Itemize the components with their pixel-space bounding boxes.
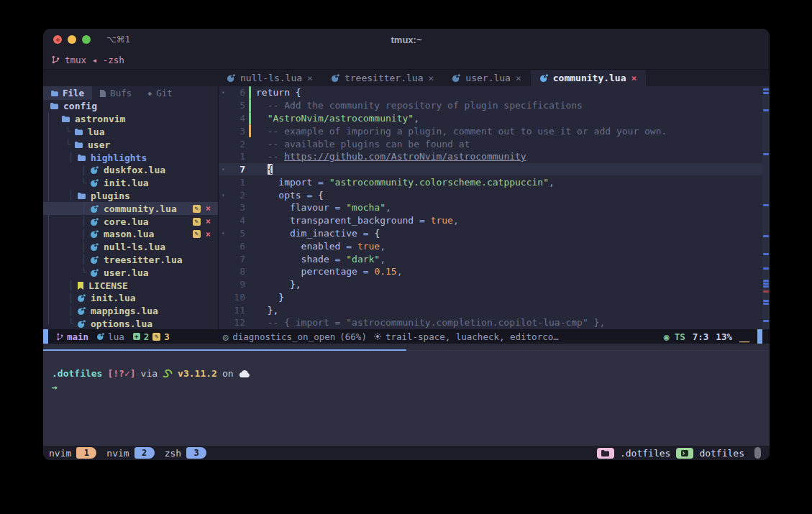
neotree-source-tabs: File Bufs ◆ Git xyxy=(43,86,218,100)
code-line-11[interactable]: 11 }, xyxy=(219,303,770,316)
lua-file-icon xyxy=(91,166,99,174)
git-branch-segment[interactable]: main xyxy=(57,331,88,342)
git-sign xyxy=(249,86,251,99)
tree-item-mappings.lua[interactable]: │mappings.lua xyxy=(43,305,218,318)
git-sign xyxy=(249,124,251,137)
code-line-5[interactable]: 5 -- Add the community repository of plu… xyxy=(219,99,770,112)
buffer-tab-community.lua[interactable]: community.lua× xyxy=(531,70,647,86)
git-branch-icon xyxy=(57,333,63,341)
code-line-2[interactable]: 2 -- available plugins can be found at xyxy=(219,137,770,150)
zoom-window-button[interactable] xyxy=(82,35,91,44)
terminal-tab-bar[interactable]: tmux ◂ -zsh xyxy=(43,50,770,70)
shell-input-line[interactable]: → xyxy=(52,382,770,393)
tree-item-user.lua[interactable]: └user.lua xyxy=(43,266,218,279)
close-buffer-icon[interactable]: × xyxy=(307,73,313,83)
tmux-session-icon xyxy=(52,55,60,64)
code-line-7[interactable]: 7 shade = "dark", xyxy=(219,252,770,265)
tree-item-community.lua[interactable]: │community.lua✎× xyxy=(43,202,218,215)
code-line-8[interactable]: 8 percentage = 0.15, xyxy=(219,265,770,278)
neotree-panel: File Bufs ◆ Git configastronvim└lua└user… xyxy=(43,86,219,329)
tree-item-treesitter.lua[interactable]: │treesitter.lua xyxy=(43,254,218,267)
code-line-4[interactable]: 4 transparent_background = true, xyxy=(219,214,770,227)
code-line-3[interactable]: 3 flavour = "mocha", xyxy=(219,201,770,214)
code-line-10[interactable]: 10 } xyxy=(219,291,770,304)
tree-item-label: plugins xyxy=(91,191,130,201)
tree-item-null-ls.lua[interactable]: │null-ls.lua xyxy=(43,241,218,254)
code-editor[interactable]: ▾6return {5 -- Add the community reposit… xyxy=(219,86,770,329)
scrollbar-mark xyxy=(763,253,769,255)
minimize-window-button[interactable] xyxy=(68,35,76,44)
code-line-1[interactable]: 1 -- https://github.com/AstroNvim/astroc… xyxy=(219,150,770,163)
tab-file[interactable]: File xyxy=(43,86,92,100)
line-number: 4 xyxy=(228,215,245,226)
scrollbar-mark xyxy=(763,204,769,206)
tree-item-duskfox.lua[interactable]: │duskfox.lua xyxy=(43,164,218,177)
terminal-window: ⌥⌘1 tmux:~ tmux ◂ -zsh null-ls.lua×trees… xyxy=(43,29,770,460)
fold-icon[interactable]: ▾ xyxy=(219,89,228,96)
tmux-window-nvim-2[interactable]: nvim2 xyxy=(106,447,154,459)
tree-item-LICENSE[interactable]: │LICENSE xyxy=(43,279,218,292)
code-line-9[interactable]: 9 }, xyxy=(219,278,770,291)
tree-item-highlights[interactable]: │highlights xyxy=(43,151,218,164)
tree-item-init.lua[interactable]: │init.lua xyxy=(43,292,218,305)
tmux-window-zsh-3[interactable]: zsh3 xyxy=(165,447,206,459)
prompt-on-label: on xyxy=(222,368,234,379)
folder-icon xyxy=(78,193,86,199)
tab-bufs-label: Bufs xyxy=(110,88,132,98)
buffer-tab-user.lua[interactable]: user.lua× xyxy=(443,70,530,86)
code-line-6[interactable]: ▾6return { xyxy=(219,86,770,99)
unstaged-icon: × xyxy=(206,216,211,226)
fold-icon[interactable]: ▾ xyxy=(219,192,228,198)
filetype-segment[interactable]: lua xyxy=(97,331,124,342)
buffer-tab-label: treesitter.lua xyxy=(345,73,424,83)
buffer-tab-treesitter.lua[interactable]: treesitter.lua× xyxy=(322,70,443,86)
code-line-5[interactable]: ▾5 dim_inactive = { xyxy=(219,227,770,240)
tree-item-init.lua[interactable]: └init.lua xyxy=(43,177,218,190)
lsp-segment[interactable]: ◎ diagnostics_on_open (66%) trail-space,… xyxy=(223,331,559,342)
tree-item-mason.lua[interactable]: │mason.lua✎× xyxy=(43,228,218,241)
editor-scrollbar[interactable] xyxy=(762,86,770,329)
close-buffer-icon[interactable]: × xyxy=(516,73,521,83)
code-text: opts = { xyxy=(256,190,770,201)
line-number: 3 xyxy=(228,126,245,137)
fold-icon[interactable]: ▾ xyxy=(219,166,228,173)
tree-item-core.lua[interactable]: │core.lua✎× xyxy=(43,215,218,228)
treesitter-segment[interactable]: ◉ TS xyxy=(664,331,685,342)
line-number: 6 xyxy=(228,87,245,98)
code-line-1[interactable]: 1 import = "astrocommunity.colorscheme.c… xyxy=(219,175,770,188)
bufferline-offset xyxy=(43,70,218,86)
code-line-6[interactable]: 6 enabled = true, xyxy=(219,239,770,252)
tmux-window-nvim-1[interactable]: nvim1 xyxy=(49,447,96,459)
git-diff-segment[interactable]: + 2 ✎ 3 xyxy=(133,331,170,342)
code-line-12[interactable]: 12 -- { import = "astrocommunity.complet… xyxy=(219,316,770,329)
code-line-3[interactable]: 3 -- example of imporing a plugin, comme… xyxy=(219,124,770,137)
git-added-icon: + xyxy=(133,333,140,340)
tab-git[interactable]: ◆ Git xyxy=(140,86,181,100)
tree-item-user[interactable]: └user xyxy=(43,138,218,151)
tree-item-plugins[interactable]: │plugins xyxy=(43,190,218,203)
tab-bufs[interactable]: Bufs xyxy=(92,86,140,100)
git-sign xyxy=(249,175,251,188)
close-buffer-icon[interactable]: × xyxy=(429,73,434,83)
tree-item-lua[interactable]: └lua xyxy=(43,126,218,139)
tree-item-options.lua[interactable]: └options.lua xyxy=(43,318,218,329)
close-buffer-icon[interactable]: × xyxy=(631,73,637,83)
code-line-7[interactable]: ▾7 { xyxy=(219,163,770,176)
git-sign xyxy=(249,99,251,112)
tree-item-astronvim[interactable]: astronvim xyxy=(43,113,218,126)
code-line-2[interactable]: ▾2 opts = { xyxy=(219,188,770,201)
code-line-4[interactable]: 4 "AstroNvim/astrocommunity", xyxy=(219,112,770,125)
tree-item-config[interactable]: config xyxy=(43,100,218,113)
tree-guide: │ xyxy=(68,280,78,290)
buffer-tab-null-ls.lua[interactable]: null-ls.lua× xyxy=(218,70,322,86)
close-window-button[interactable] xyxy=(53,35,62,44)
lsp-progress: (66%) xyxy=(339,331,367,342)
tree-item-label: astronvim xyxy=(75,114,125,124)
tree-guide: └ xyxy=(81,267,91,277)
code-text: "AstroNvim/astrocommunity", xyxy=(256,113,770,124)
git-sign xyxy=(249,214,251,227)
git-sign xyxy=(249,252,251,265)
shell-pane[interactable]: .dotfiles [!?✓] via v3.11.2 on → xyxy=(43,351,770,446)
fold-icon[interactable]: ▾ xyxy=(219,230,228,237)
git-sign xyxy=(249,112,251,125)
